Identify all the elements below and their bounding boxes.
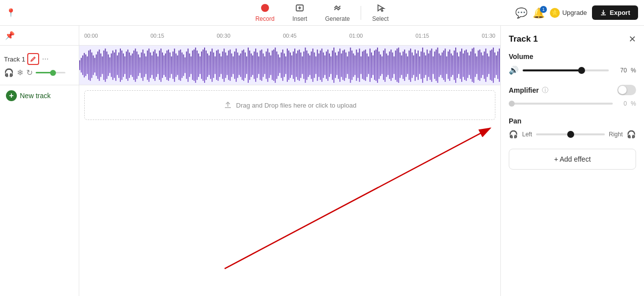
svg-rect-171 [330, 57, 331, 74]
svg-rect-240 [434, 52, 435, 79]
svg-rect-257 [460, 52, 461, 79]
header-pin-icon: 📌 [5, 31, 15, 40]
svg-rect-272 [483, 56, 483, 75]
svg-rect-273 [484, 52, 485, 79]
track-more-button[interactable]: ··· [41, 55, 50, 63]
upgrade-button[interactable]: ⭐ Upgrade [550, 8, 587, 18]
svg-rect-228 [416, 54, 417, 77]
svg-rect-217 [400, 53, 401, 78]
svg-rect-8 [85, 55, 86, 76]
volume-icon: 🔊 [509, 65, 519, 75]
volume-slider[interactable] [523, 69, 609, 71]
svg-rect-89 [207, 54, 208, 77]
svg-rect-250 [449, 50, 450, 81]
svg-rect-135 [276, 52, 277, 79]
svg-rect-17 [99, 50, 100, 81]
svg-rect-186 [353, 54, 354, 77]
svg-rect-159 [313, 49, 314, 82]
panel-close-button[interactable]: ✕ [629, 34, 636, 45]
svg-rect-230 [419, 57, 420, 74]
svg-rect-246 [443, 51, 444, 80]
svg-rect-177 [339, 49, 340, 82]
track-snowflake-button[interactable]: ❄ [17, 68, 23, 77]
svg-rect-78 [191, 57, 192, 74]
svg-rect-34 [124, 57, 125, 74]
svg-rect-145 [291, 56, 292, 75]
pan-label: Pan [509, 117, 636, 125]
pan-slider[interactable] [536, 133, 605, 135]
svg-rect-27 [114, 53, 115, 78]
svg-line-285 [224, 128, 490, 268]
svg-rect-169 [327, 50, 328, 81]
svg-rect-129 [267, 49, 268, 82]
svg-rect-191 [361, 57, 362, 74]
amplifier-info-icon[interactable]: ⓘ [542, 86, 548, 95]
svg-rect-237 [429, 51, 430, 80]
amplifier-toggle[interactable] [617, 85, 636, 95]
svg-rect-187 [355, 56, 356, 75]
svg-rect-9 [87, 57, 88, 74]
svg-rect-156 [308, 54, 309, 77]
svg-rect-6 [82, 56, 83, 75]
svg-rect-232 [422, 48, 423, 83]
svg-rect-233 [424, 53, 425, 78]
svg-rect-32 [121, 51, 122, 80]
waveform-area: // Will be rendered in the SVG inline [79, 46, 500, 296]
svg-rect-189 [358, 53, 359, 78]
track-volume-slider[interactable] [36, 72, 65, 73]
svg-rect-252 [452, 56, 453, 75]
notifications-button[interactable]: 🔔 1 [533, 7, 545, 19]
svg-rect-223 [409, 51, 410, 80]
svg-rect-210 [389, 52, 390, 79]
svg-rect-222 [407, 57, 408, 74]
select-label: Select [372, 15, 388, 22]
svg-rect-176 [338, 52, 339, 79]
new-track-button[interactable]: + New track [0, 85, 56, 106]
track-loop-button[interactable]: ↻ [26, 68, 33, 77]
waveform-track-1[interactable]: // Will be rendered in the SVG inline [79, 46, 500, 85]
svg-rect-90 [209, 56, 210, 75]
svg-rect-126 [263, 54, 264, 77]
svg-rect-244 [440, 56, 441, 75]
svg-rect-61 [165, 54, 166, 77]
svg-rect-238 [431, 49, 432, 82]
export-button[interactable]: Export [592, 5, 638, 20]
track-headphone-button[interactable]: 🎧 [4, 68, 14, 77]
svg-rect-124 [260, 51, 261, 80]
collapse-panel-button[interactable]: ‹ [500, 151, 501, 171]
svg-rect-276 [488, 57, 489, 74]
svg-rect-33 [123, 54, 124, 77]
upload-drop-zone[interactable]: Drag and Drop files here or click to upl… [84, 90, 495, 120]
svg-rect-42 [136, 52, 137, 79]
right-panel: ‹ Track 1 ✕ Volume 🔊 70 % Amplifier ⓘ 0 [500, 26, 644, 296]
new-track-plus-icon: + [6, 90, 17, 101]
add-effect-button[interactable]: + Add effect [509, 149, 636, 170]
svg-rect-15 [96, 55, 97, 76]
svg-rect-26 [112, 51, 113, 80]
svg-rect-225 [412, 53, 413, 78]
track-edit-button[interactable] [27, 53, 39, 65]
record-button[interactable]: Record [246, 0, 283, 25]
ruler-mark-4: 01:00 [349, 33, 363, 39]
insert-button[interactable]: Insert [283, 0, 316, 25]
chat-icon[interactable]: 💬 [515, 7, 528, 19]
volume-percent: % [631, 67, 636, 74]
svg-rect-180 [344, 50, 345, 81]
svg-rect-151 [300, 53, 301, 78]
svg-rect-81 [195, 48, 196, 83]
svg-rect-152 [302, 57, 303, 74]
svg-point-0 [261, 4, 269, 12]
svg-rect-236 [428, 54, 429, 77]
svg-rect-168 [326, 52, 327, 79]
svg-rect-213 [393, 57, 394, 74]
ruler-mark-3: 00:45 [283, 33, 297, 39]
svg-rect-37 [129, 53, 130, 78]
svg-rect-127 [264, 57, 265, 74]
generate-button[interactable]: Generate [316, 0, 359, 25]
amplifier-slider [509, 103, 613, 105]
svg-rect-94 [215, 57, 215, 74]
svg-rect-35 [126, 52, 127, 79]
svg-rect-19 [102, 57, 103, 74]
select-button[interactable]: Select [363, 0, 397, 25]
svg-rect-71 [180, 50, 181, 81]
